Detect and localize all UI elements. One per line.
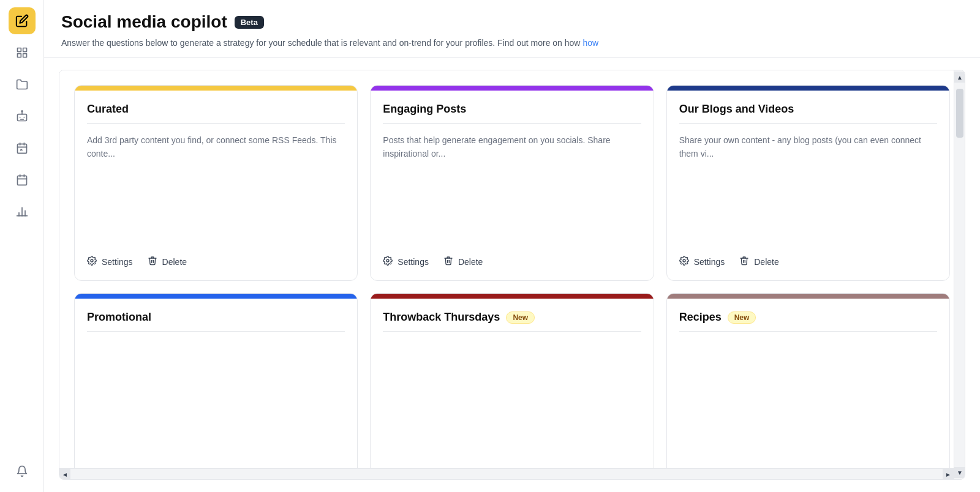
- card-divider-promotional: [87, 331, 345, 332]
- scroll-down-button[interactable]: ▼: [954, 467, 965, 478]
- card-recipes: Recipes New: [666, 293, 950, 480]
- card-title-row-recipes: Recipes New: [679, 311, 937, 324]
- card-title-engaging-posts: Engaging Posts: [383, 103, 466, 116]
- card-footer-curated: Settings Delete: [75, 246, 357, 280]
- svg-rect-6: [17, 144, 26, 153]
- card-body-recipes: Recipes New: [667, 299, 949, 480]
- beta-badge: Beta: [235, 16, 264, 29]
- card-our-blogs-videos: Our Blogs and Videos Share your own cont…: [666, 85, 950, 281]
- card-description-engaging-posts: Posts that help generate engagement on y…: [383, 133, 641, 161]
- card-description-our-blogs-videos: Share your own content - any blog posts …: [679, 133, 937, 161]
- card-title-our-blogs-videos: Our Blogs and Videos: [679, 103, 794, 116]
- svg-rect-2: [17, 54, 21, 58]
- delete-icon-curated: [148, 256, 157, 268]
- card-title-row-promotional: Promotional: [87, 311, 345, 324]
- svg-point-19: [386, 259, 389, 262]
- settings-icon-engaging-posts: [383, 256, 393, 268]
- card-top-bar-promotional: [75, 294, 357, 299]
- settings-icon-our-blogs-videos: [679, 256, 689, 268]
- sidebar-icon-grid[interactable]: [9, 39, 36, 66]
- delete-button-curated[interactable]: Delete: [148, 256, 187, 268]
- settings-button-curated[interactable]: Settings: [87, 256, 133, 268]
- main-content: Social media copilot Beta Answer the que…: [44, 0, 980, 492]
- card-promotional: Promotional: [74, 293, 358, 480]
- sidebar-icon-edit[interactable]: [9, 7, 36, 34]
- card-footer-engaging-posts: Settings Delete: [371, 246, 653, 280]
- card-title-throwback-thursdays: Throwback Thursdays: [383, 311, 500, 324]
- svg-point-5: [21, 111, 23, 112]
- card-body-our-blogs-videos: Our Blogs and Videos Share your own cont…: [667, 91, 949, 246]
- card-body-promotional: Promotional: [75, 299, 357, 480]
- sidebar-icon-chart[interactable]: [9, 198, 36, 225]
- new-badge-recipes: New: [728, 311, 756, 324]
- card-title-recipes: Recipes: [679, 311, 722, 324]
- new-badge-throwback-thursdays: New: [506, 311, 535, 324]
- vertical-scrollbar: ▲ ▼: [954, 70, 965, 479]
- card-body-engaging-posts: Engaging Posts Posts that help generate …: [371, 91, 653, 246]
- scroll-right-button[interactable]: ►: [943, 469, 954, 480]
- card-top-bar-engaging-posts: [371, 86, 653, 91]
- settings-icon-curated: [87, 256, 97, 268]
- page-subtitle: Answer the questions below to generate a…: [61, 37, 963, 50]
- delete-icon-engaging-posts: [443, 256, 453, 268]
- card-top-bar-throwback-thursdays: [371, 294, 653, 299]
- settings-button-our-blogs-videos[interactable]: Settings: [679, 256, 725, 268]
- how-link[interactable]: how: [582, 38, 598, 48]
- scroll-track-vertical: [954, 83, 965, 467]
- card-footer-our-blogs-videos: Settings Delete: [667, 246, 949, 280]
- card-divider-engaging-posts: [383, 123, 641, 124]
- card-divider-throwback-thursdays: [383, 331, 641, 332]
- card-body-curated: Curated Add 3rd party content you find, …: [75, 91, 357, 246]
- card-description-curated: Add 3rd party content you find, or conne…: [87, 133, 345, 161]
- horizontal-scrollbar: ◄ ►: [59, 468, 954, 479]
- sidebar: [0, 0, 44, 492]
- svg-rect-4: [17, 114, 26, 121]
- card-title-promotional: Promotional: [87, 311, 151, 324]
- card-body-throwback-thursdays: Throwback Thursdays New: [371, 299, 653, 480]
- card-title-row-throwback-thursdays: Throwback Thursdays New: [383, 311, 641, 324]
- delete-button-engaging-posts[interactable]: Delete: [443, 256, 483, 268]
- sidebar-icon-robot[interactable]: [9, 103, 36, 130]
- sidebar-icon-calendar[interactable]: [9, 166, 36, 193]
- svg-rect-1: [23, 48, 26, 52]
- delete-button-our-blogs-videos[interactable]: Delete: [739, 256, 778, 268]
- settings-button-engaging-posts[interactable]: Settings: [383, 256, 429, 268]
- scroll-thumb-vertical: [956, 89, 963, 138]
- card-engaging-posts: Engaging Posts Posts that help generate …: [370, 85, 654, 281]
- card-curated: Curated Add 3rd party content you find, …: [74, 85, 358, 281]
- page-header: Social media copilot Beta Answer the que…: [44, 0, 980, 58]
- sidebar-icon-folder[interactable]: [9, 71, 36, 98]
- svg-point-18: [91, 259, 93, 262]
- page-title: Social media copilot: [61, 12, 227, 32]
- card-title-row-engaging-posts: Engaging Posts: [383, 103, 641, 116]
- sidebar-icon-calendar-edit[interactable]: [9, 135, 36, 162]
- card-top-bar-our-blogs-videos: [667, 86, 949, 91]
- content-area: Curated Add 3rd party content you find, …: [44, 58, 980, 492]
- card-top-bar-recipes: [667, 294, 949, 299]
- delete-icon-our-blogs-videos: [739, 256, 749, 268]
- card-title-row-curated: Curated: [87, 103, 345, 116]
- sidebar-icon-bell[interactable]: [9, 458, 36, 485]
- cards-scroll-container[interactable]: Curated Add 3rd party content you find, …: [59, 70, 965, 480]
- scroll-up-button[interactable]: ▲: [954, 72, 965, 83]
- svg-point-20: [683, 259, 685, 262]
- card-title-curated: Curated: [87, 103, 129, 116]
- svg-rect-0: [17, 48, 21, 52]
- scroll-left-button[interactable]: ◄: [59, 469, 70, 480]
- card-title-row-our-blogs-videos: Our Blogs and Videos: [679, 103, 937, 116]
- svg-rect-10: [17, 176, 26, 185]
- scroll-track-horizontal: [70, 469, 943, 479]
- cards-grid: Curated Add 3rd party content you find, …: [59, 70, 965, 480]
- card-divider-recipes: [679, 331, 937, 332]
- card-divider-our-blogs-videos: [679, 123, 937, 124]
- card-throwback-thursdays: Throwback Thursdays New: [370, 293, 654, 480]
- svg-rect-3: [23, 54, 26, 58]
- card-top-bar-curated: [75, 86, 357, 91]
- card-divider-curated: [87, 123, 345, 124]
